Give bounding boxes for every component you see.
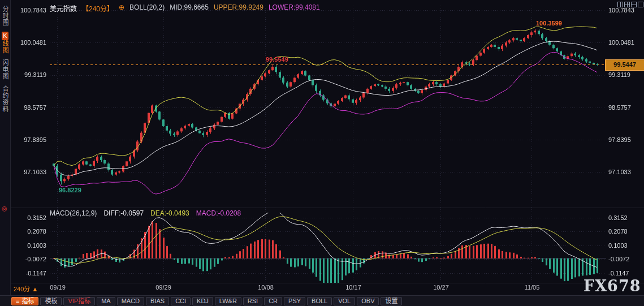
app-root: 分时图 K线图 闪电图 合约资料 ◎ 美元指数【240分】 ⊕ BOLL(20,… [0, 0, 644, 306]
macd-hist-value: MACD:-0.0208 [196, 209, 241, 217]
tab-rsi[interactable]: RSI [243, 297, 262, 305]
annotation-swing-low: 96.8229 [59, 187, 81, 193]
annotation-swing-high: 100.3599 [536, 20, 562, 27]
tab-boll[interactable]: BOLL [307, 297, 332, 305]
macd-axis-label: -0.0072 [17, 256, 46, 262]
sidebar-item-flash-chart[interactable]: 闪电图 [1, 59, 9, 80]
boll-upper-value: UPPER:99.9249 [214, 3, 263, 13]
tab-psy[interactable]: PSY [284, 297, 305, 305]
date-axis-label: 10/27 [431, 284, 451, 291]
date-axis-label: 09/19 [47, 284, 68, 291]
period-selector[interactable]: 240分 ▲ [14, 284, 38, 293]
tab-obv[interactable]: OBV [357, 297, 379, 305]
symbol-name: 美元指数 [50, 3, 77, 13]
layout-split-h-icon[interactable] [631, 2, 637, 7]
boll-mid-value: MID:99.6665 [170, 3, 209, 13]
price-axis-label: 99.3119 [608, 71, 638, 78]
sidebar-item-contract-info[interactable]: 合约资料 [1, 85, 9, 113]
add-compare-icon[interactable]: ⊕ [119, 3, 124, 13]
macd-axis-label: 0.3152 [608, 214, 638, 221]
price-axis-label: 99.3119 [17, 71, 46, 78]
date-axis-label: 10/17 [343, 284, 364, 291]
date-axis-label: 11/05 [522, 284, 542, 291]
macd-axis-label: 0.2078 [17, 228, 46, 235]
price-axis-label: 98.5757 [17, 104, 46, 111]
window-layout-controls [617, 2, 643, 7]
indicators-button-label: 指标 [21, 298, 34, 305]
price-axis-label: 97.8395 [608, 136, 638, 143]
price-axis-label: 100.7843 [17, 7, 46, 14]
price-axis-label: 100.0481 [17, 39, 46, 46]
indicators-button[interactable]: ≡ 指标 [11, 297, 38, 305]
fx678-watermark: FX678 [584, 277, 641, 295]
tab-cr[interactable]: CR [264, 297, 282, 305]
kline-k-badge: K [2, 32, 8, 40]
sidebar: 分时图 K线图 闪电图 合约资料 ◎ [0, 0, 11, 295]
tab-bias[interactable]: BIAS [146, 297, 169, 305]
boll-indicator-label: BOLL(20,2) [129, 3, 165, 13]
sidebar-item-kline-chart[interactable]: K线图 [1, 32, 9, 54]
price-axis-label: 98.5757 [608, 104, 638, 111]
macd-axis-label: 0.3152 [17, 214, 46, 221]
macd-indicator-label: MACD(26,12,9) [50, 209, 97, 217]
date-axis-label: 10/08 [256, 284, 276, 291]
layout-single-icon[interactable] [638, 2, 643, 7]
price-axis-label: 97.8395 [17, 136, 46, 143]
macd-axis-label: -0.1147 [17, 270, 46, 277]
macd-diff-value: DIFF:-0.0597 [103, 209, 144, 217]
tab-vip[interactable]: VIP指标 [63, 297, 95, 305]
macd-axis-label: -0.1147 [608, 270, 638, 277]
macd-header: MACD(26,12,9) DIFF:-0.0597 DEA:-0.0493 M… [50, 209, 241, 217]
price-axis-label: 97.1033 [17, 169, 46, 175]
tab-macd[interactable]: MACD [117, 297, 144, 305]
tab-template[interactable]: 模板 [40, 297, 62, 305]
price-axis-label: 97.1033 [608, 169, 638, 175]
annotation-interim-high: 99.5549 [266, 56, 288, 63]
period-arrow-icon: ▲ [32, 286, 38, 292]
price-macd-chart-canvas[interactable] [0, 0, 644, 306]
macd-dea-value: DEA:-0.0493 [150, 209, 189, 217]
macd-axis-label: 0.2078 [608, 228, 638, 235]
last-price-box: 99.5447 [605, 59, 644, 71]
period-label: 【240分】 [82, 3, 114, 13]
tab-ma[interactable]: MA [97, 297, 115, 305]
sidebar-item-time-chart[interactable]: 分时图 [1, 6, 9, 26]
price-axis-label: 100.0481 [608, 39, 638, 46]
tab-settings[interactable]: 设置 [381, 297, 402, 305]
chart-header: 美元指数【240分】 ⊕ BOLL(20,2) MID:99.6665 UPPE… [50, 3, 320, 13]
kline-label: 线图 [2, 40, 8, 54]
crosshair-target-icon[interactable]: ◎ [2, 205, 7, 212]
layout-grid-icon[interactable] [624, 2, 630, 7]
tab-vol[interactable]: VOL [334, 297, 355, 305]
layout-split-v-icon[interactable] [617, 2, 623, 7]
date-axis-label: 09/29 [153, 284, 174, 291]
tab-lwr[interactable]: LW&R [215, 297, 241, 305]
tab-cci[interactable]: CCI [171, 297, 191, 305]
menu-icon: ≡ [16, 298, 19, 305]
macd-axis-label: -0.0072 [608, 256, 638, 262]
tab-kdj[interactable]: KDJ [192, 297, 213, 305]
macd-axis-label: 0.1003 [608, 242, 638, 249]
price-axis-label: 100.7843 [608, 7, 638, 14]
boll-lower-value: LOWER:99.4081 [269, 3, 320, 13]
indicator-toolbar: ≡ 指标 模板 VIP指标 MA MACD BIAS CCI KDJ LW&R … [0, 295, 644, 306]
macd-axis-label: 0.1003 [17, 242, 46, 249]
period-text: 240分 [14, 286, 30, 292]
